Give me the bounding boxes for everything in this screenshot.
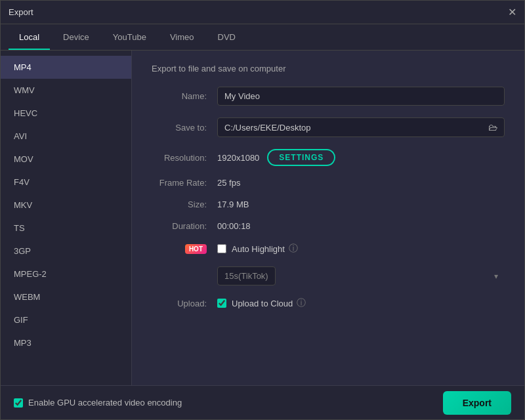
sidebar-item-webm[interactable]: WEBM <box>1 285 131 308</box>
format-sidebar: MP4 WMV HEVC AVI MOV F4V MKV TS 3GP MPEG… <box>1 51 132 385</box>
save-to-label: Save to: <box>152 123 217 133</box>
size-value: 17.9 MB <box>217 200 249 209</box>
main-panel: Export to file and save on computer Name… <box>132 51 524 385</box>
resolution-row: Resolution: 1920x1080 SETTINGS <box>152 149 505 166</box>
tab-youtube[interactable]: YouTube <box>102 25 157 50</box>
upload-row: Upload: Upload to Cloud ⓘ <box>152 297 505 309</box>
export-button[interactable]: Export <box>443 391 511 415</box>
duration-row: Duration: 00:00:18 <box>152 221 505 231</box>
frame-rate-value: 25 fps <box>217 178 240 188</box>
tiktok-select[interactable]: 15s(TikTok) <box>217 266 276 285</box>
settings-button[interactable]: SETTINGS <box>267 149 335 166</box>
path-text: C:/Users/EKE/Desktop <box>224 123 488 133</box>
resolution-label: Resolution: <box>152 153 217 163</box>
auto-highlight-row: HOT Auto Highlight ⓘ <box>152 243 505 255</box>
upload-to-cloud-checkbox[interactable] <box>217 299 226 308</box>
sidebar-item-3gp[interactable]: 3GP <box>1 240 131 262</box>
sidebar-item-f4v[interactable]: F4V <box>1 171 131 194</box>
window-title: Export <box>9 7 33 17</box>
hot-badge: HOT <box>185 244 207 254</box>
auto-highlight-text: Auto Highlight <box>232 244 285 254</box>
upload-to-cloud-text: Upload to Cloud <box>232 299 293 308</box>
auto-highlight-checkbox[interactable] <box>217 244 226 253</box>
sidebar-item-avi[interactable]: AVI <box>1 125 131 148</box>
path-container: C:/Users/EKE/Desktop 🗁 <box>217 117 505 137</box>
content-area: MP4 WMV HEVC AVI MOV F4V MKV TS 3GP MPEG… <box>1 51 524 385</box>
sidebar-item-ts[interactable]: TS <box>1 217 131 240</box>
sidebar-item-wmv[interactable]: WMV <box>1 79 131 102</box>
duration-label: Duration: <box>152 221 217 231</box>
name-row: Name: <box>152 87 505 106</box>
sidebar-item-hevc[interactable]: HEVC <box>1 102 131 125</box>
sidebar-item-mp3[interactable]: MP3 <box>1 331 131 354</box>
gpu-encoding-label[interactable]: Enable GPU accelerated video encoding <box>14 398 182 408</box>
frame-rate-row: Frame Rate: 25 fps <box>152 178 505 188</box>
sidebar-item-mov[interactable]: MOV <box>1 148 131 171</box>
upload-label: Upload: <box>152 299 217 308</box>
close-button[interactable]: ✕ <box>508 7 516 18</box>
resolution-container: 1920x1080 SETTINGS <box>217 149 335 166</box>
tab-device[interactable]: Device <box>52 25 100 50</box>
folder-icon[interactable]: 🗁 <box>488 122 497 133</box>
sidebar-item-mkv[interactable]: MKV <box>1 194 131 217</box>
duration-value: 00:00:18 <box>217 221 251 231</box>
name-input[interactable] <box>217 87 505 106</box>
export-subtitle: Export to file and save on computer <box>152 64 505 74</box>
upload-to-cloud-label[interactable]: Upload to Cloud <box>217 299 293 308</box>
tab-dvd[interactable]: DVD <box>207 25 246 50</box>
tab-vimeo[interactable]: Vimeo <box>159 25 205 50</box>
tiktok-select-container: 15s(TikTok) ▾ <box>217 266 505 285</box>
footer: Enable GPU accelerated video encoding Ex… <box>1 385 524 419</box>
chevron-down-icon: ▾ <box>494 272 498 281</box>
tab-local[interactable]: Local <box>9 25 50 50</box>
hot-badge-container: HOT <box>152 244 217 254</box>
tiktok-row: 15s(TikTok) ▾ <box>152 266 505 285</box>
export-window: Export ✕ Local Device YouTube Vimeo DVD … <box>0 0 525 420</box>
auto-highlight-label[interactable]: Auto Highlight <box>217 244 285 254</box>
upload-help-icon[interactable]: ⓘ <box>297 297 306 309</box>
gpu-encoding-text: Enable GPU accelerated video encoding <box>28 398 182 408</box>
size-row: Size: 17.9 MB <box>152 200 505 209</box>
tab-bar: Local Device YouTube Vimeo DVD <box>1 24 524 51</box>
name-label: Name: <box>152 91 217 101</box>
title-bar: Export ✕ <box>1 1 524 24</box>
frame-rate-label: Frame Rate: <box>152 178 217 188</box>
sidebar-item-gif[interactable]: GIF <box>1 308 131 331</box>
sidebar-item-mp4[interactable]: MP4 <box>1 56 131 79</box>
sidebar-item-mpeg2[interactable]: MPEG-2 <box>1 262 131 285</box>
auto-highlight-help-icon[interactable]: ⓘ <box>289 243 298 255</box>
size-label: Size: <box>152 200 217 209</box>
save-to-row: Save to: C:/Users/EKE/Desktop 🗁 <box>152 117 505 137</box>
gpu-encoding-checkbox[interactable] <box>14 398 23 408</box>
resolution-value: 1920x1080 <box>217 153 259 163</box>
